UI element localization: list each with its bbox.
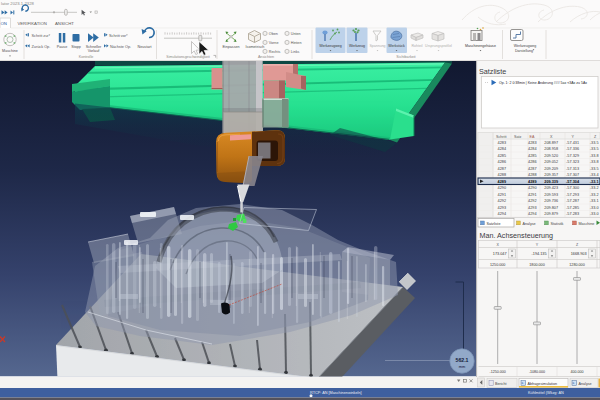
svg-text:4285: 4285	[528, 154, 536, 158]
svg-text:-1250.000: -1250.000	[490, 370, 506, 374]
svg-text:Statistik: Statistik	[551, 222, 564, 226]
svg-text:-33.1: -33.1	[590, 199, 599, 203]
svg-text:Schritt zur: Schritt zur	[32, 34, 50, 38]
svg-text:Maschine: Maschine	[2, 49, 18, 53]
svg-text:1250.000: 1250.000	[490, 263, 505, 267]
svg-text:209.520: 209.520	[544, 154, 558, 158]
svg-text:Schritt vor: Schritt vor	[109, 34, 127, 38]
svg-text:4286: 4286	[498, 160, 506, 164]
svg-text:-57.283: -57.283	[566, 212, 579, 216]
svg-text:209.052: 209.052	[544, 160, 558, 164]
svg-text:4292: 4292	[528, 199, 536, 203]
svg-text:-57.329: -57.329	[566, 154, 579, 158]
svg-text:1280.000: 1280.000	[569, 263, 584, 267]
svg-text:562.1: 562.1	[456, 357, 469, 363]
svg-text:-33.0: -33.0	[590, 212, 599, 216]
svg-text:209.807: 209.807	[544, 206, 558, 210]
svg-text:ANSICHT: ANSICHT	[55, 21, 74, 26]
svg-text:-57.287: -57.287	[566, 199, 579, 203]
svg-text:-33.2: -33.2	[590, 186, 599, 190]
svg-text:Vorne: Vorne	[269, 41, 279, 45]
svg-text:Links: Links	[291, 50, 300, 54]
svg-text:4287: 4287	[528, 167, 536, 171]
svg-text:209.339: 209.339	[544, 180, 558, 184]
svg-text:208.958: 208.958	[544, 147, 558, 151]
svg-text:Bericht: Bericht	[495, 382, 506, 386]
svg-text:-57.431: -57.431	[566, 141, 579, 145]
svg-text:-33.4: -33.4	[590, 173, 599, 177]
svg-text:4290: 4290	[498, 186, 506, 190]
svg-text:Satzliste: Satzliste	[487, 222, 501, 226]
svg-text:4292: 4292	[498, 199, 506, 203]
svg-text:4289: 4289	[498, 180, 506, 184]
svg-text:Werkzeugweg: Werkzeugweg	[514, 44, 536, 48]
svg-text:Op. 1: 2 0:38min | Keine Änder: Op. 1: 2 0:38min | Keine Änderung ### 5a…	[499, 81, 587, 85]
svg-text:4289: 4289	[528, 180, 536, 184]
svg-text:Simulationsgeschwindigkeit: Simulationsgeschwindigkeit	[166, 55, 209, 59]
svg-text:Hinten: Hinten	[291, 41, 302, 45]
svg-text:4287: 4287	[498, 167, 506, 171]
svg-text:-57.313: -57.313	[566, 167, 579, 171]
svg-text:Rohteil: Rohteil	[411, 44, 422, 48]
svg-text:Nächste Op.: Nächste Op.	[110, 45, 131, 49]
svg-text:-33.5: -33.5	[590, 147, 599, 151]
svg-text:Sichtbarkeit: Sichtbarkeit	[396, 55, 415, 59]
svg-text:4291: 4291	[498, 193, 506, 197]
svg-text:RTCP: AN [Maschinenwinkeln]: RTCP: AN [Maschinenwinkeln]	[310, 391, 362, 395]
svg-text:Einpassen: Einpassen	[222, 45, 239, 49]
svg-text:208.897: 208.897	[544, 141, 558, 145]
svg-text:4284: 4284	[498, 147, 506, 151]
svg-text:4288: 4288	[498, 173, 506, 177]
svg-text:-33.2: -33.2	[590, 193, 599, 197]
svg-text:4293: 4293	[498, 206, 506, 210]
svg-text:Schritt: Schritt	[496, 135, 506, 139]
svg-text:1668.903: 1668.903	[571, 252, 587, 256]
svg-text:Rechts: Rechts	[269, 50, 281, 54]
svg-text:Werkstück: Werkstück	[388, 44, 405, 48]
svg-text:-57.307: -57.307	[566, 173, 579, 177]
svg-text:-194.135: -194.135	[532, 252, 547, 256]
svg-text:4290: 4290	[528, 186, 536, 190]
svg-text:400.000: 400.000	[571, 370, 584, 374]
svg-text:-57.285: -57.285	[566, 206, 579, 210]
svg-text:-33.8: -33.8	[590, 160, 599, 164]
svg-text:-33.8: -33.8	[590, 154, 599, 158]
svg-text:Ursprungsprofilel: Ursprungsprofilel	[425, 44, 452, 48]
svg-text:-33.5: -33.5	[590, 141, 599, 145]
svg-text:Oben: Oben	[269, 32, 278, 36]
svg-text:4291: 4291	[528, 193, 536, 197]
svg-text:Analyse: Analyse	[579, 382, 592, 386]
svg-text:209.736: 209.736	[544, 199, 558, 203]
svg-text:Zurück Op.: Zurück Op.	[32, 45, 51, 49]
svg-text:Ansichten: Ansichten	[258, 55, 274, 59]
svg-text:209.209: 209.209	[544, 167, 558, 171]
svg-text:Isometrisch: Isometrisch	[246, 45, 265, 49]
svg-text:-57.304: -57.304	[566, 180, 580, 184]
svg-text:Kühlmittel (Wkzg: AN: Kühlmittel (Wkzg: AN	[528, 391, 564, 395]
svg-text:Vorlauf: Vorlauf	[88, 49, 100, 53]
svg-text:Man. Achsensteuerung: Man. Achsensteuerung	[480, 231, 554, 240]
svg-text:-57.323: -57.323	[566, 160, 579, 164]
svg-text:EA: EA	[530, 135, 535, 139]
svg-text:4283: 4283	[498, 141, 506, 145]
svg-text:4285: 4285	[498, 154, 506, 158]
svg-text:mm: mm	[459, 364, 465, 369]
svg-text:Satz: Satz	[514, 135, 522, 139]
svg-text:1800.000: 1800.000	[529, 263, 544, 267]
svg-text:Satzliste: Satzliste	[479, 67, 506, 76]
svg-text:-57.300: -57.300	[566, 186, 579, 190]
svg-text:Werkzeug: Werkzeug	[349, 44, 365, 48]
svg-text:4293: 4293	[528, 206, 536, 210]
svg-text:-33.5: -33.5	[590, 167, 599, 171]
svg-text:lator 2023.1-2328: lator 2023.1-2328	[1, 1, 34, 6]
svg-text:Stopp: Stopp	[71, 45, 81, 49]
svg-text:Pause: Pause	[57, 45, 67, 49]
svg-text:209.357: 209.357	[544, 173, 558, 177]
svg-text:209.423: 209.423	[544, 186, 558, 190]
svg-text:-33.1: -33.1	[590, 180, 599, 184]
svg-text:Analyse: Analyse	[523, 222, 536, 226]
svg-text:Kontrolle: Kontrolle	[79, 55, 94, 59]
svg-text:209.879: 209.879	[544, 212, 558, 216]
svg-text:-1080.000: -1080.000	[529, 370, 545, 374]
svg-text:4294: 4294	[528, 212, 536, 216]
